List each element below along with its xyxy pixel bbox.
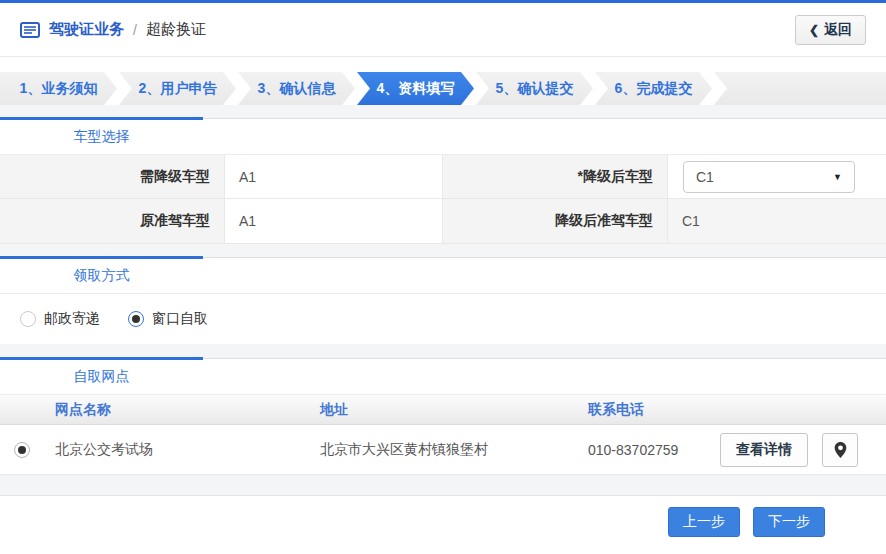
outlet-row-radio[interactable] xyxy=(0,441,40,458)
step-label: 1、业务须知 xyxy=(20,80,98,98)
column-header-phone: 联系电话 xyxy=(573,401,703,419)
column-header-outlet-name: 网点名称 xyxy=(40,401,305,419)
page-header: 驾驶证业务 / 超龄换证 ❮ 返回 xyxy=(0,3,886,57)
pickup-method-section: 领取方式 邮政寄递 窗口自取 xyxy=(0,257,886,344)
back-button[interactable]: ❮ 返回 xyxy=(795,15,866,45)
outlet-table-row: 北京公交考试场 北京市大兴区黄村镇狼堡村 010-83702759 查看详情 xyxy=(0,425,886,475)
radio-option-postal-delivery[interactable]: 邮政寄递 xyxy=(20,310,100,328)
breadcrumb-root[interactable]: 驾驶证业务 xyxy=(49,20,124,39)
field-downgrade-to: C1 ▼ xyxy=(668,155,886,199)
step-3-confirm-info[interactable]: 3、确认信息 xyxy=(238,72,355,105)
step-label: 3、确认信息 xyxy=(258,80,336,98)
step-4-fill-in-data[interactable]: 4、资料填写 xyxy=(357,72,474,105)
spacer xyxy=(0,344,886,358)
field-value-class-after-downgrade: C1 xyxy=(668,199,886,244)
outlets-table-header: 网点名称 地址 联系电话 xyxy=(0,395,886,425)
vehicle-type-section-header: 车型选择 xyxy=(0,119,886,155)
step-2-user-declaration[interactable]: 2、用户申告 xyxy=(119,72,236,105)
section-title-pickup-outlets: 自取网点 xyxy=(0,368,203,386)
radio-selected-icon xyxy=(128,311,144,327)
field-label-downgrade-needed: 需降级车型 xyxy=(0,155,225,199)
downgrade-type-select[interactable]: C1 ▼ xyxy=(683,161,855,193)
breadcrumb: 驾驶证业务 / 超龄换证 xyxy=(20,20,206,39)
vehicle-type-section: 车型选择 需降级车型 A1 *降级后车型 C1 ▼ 原准驾车型 A1 降级后准驾… xyxy=(0,118,886,244)
dropdown-caret-icon: ▼ xyxy=(833,172,842,182)
back-chevron-icon: ❮ xyxy=(809,23,819,37)
step-label: 5、确认提交 xyxy=(496,80,574,98)
map-location-button[interactable] xyxy=(822,433,858,467)
outlet-name: 北京公交考试场 xyxy=(40,441,305,459)
column-header-address: 地址 xyxy=(305,401,573,419)
field-label-original-class: 原准驾车型 xyxy=(0,199,225,244)
page: 驾驶证业务 / 超龄换证 ❮ 返回 1、业务须知 2、用户申告 3、确认信息 4… xyxy=(0,0,886,554)
breadcrumb-separator: / xyxy=(133,22,137,38)
radio-selected-icon xyxy=(14,442,30,458)
pickup-outlets-section-header: 自取网点 xyxy=(0,359,886,395)
step-5-confirm-submit[interactable]: 5、确认提交 xyxy=(476,72,593,105)
pickup-method-options: 邮政寄递 窗口自取 xyxy=(0,294,886,344)
field-label-class-after-downgrade: 降级后准驾车型 xyxy=(443,199,668,244)
pickup-method-section-header: 领取方式 xyxy=(0,258,886,294)
step-6-complete-submit[interactable]: 6、完成提交 xyxy=(595,72,712,105)
step-label: 4、资料填写 xyxy=(377,80,455,98)
step-1-business-notice[interactable]: 1、业务须知 xyxy=(0,72,117,105)
radio-option-window-pickup[interactable]: 窗口自取 xyxy=(128,310,208,328)
breadcrumb-current: 超龄换证 xyxy=(146,20,206,39)
spacer xyxy=(0,475,886,495)
outlet-actions: 查看详情 xyxy=(703,433,886,467)
radio-option-label: 窗口自取 xyxy=(152,310,208,328)
section-title-vehicle-type: 车型选择 xyxy=(0,128,203,146)
footer-navigation: 上一步 下一步 xyxy=(0,495,886,552)
location-pin-icon xyxy=(834,442,847,458)
field-value-downgrade-needed: A1 xyxy=(225,155,443,199)
step-label: 2、用户申告 xyxy=(139,80,217,98)
step-bar-filler xyxy=(714,72,886,105)
downgrade-type-selected-value: C1 xyxy=(696,169,714,185)
step-progress: 1、业务须知 2、用户申告 3、确认信息 4、资料填写 5、确认提交 6、完成提… xyxy=(0,72,886,105)
outlet-phone: 010-83702759 xyxy=(573,442,703,458)
field-label-downgrade-to: *降级后车型 xyxy=(443,155,668,199)
radio-option-label: 邮政寄递 xyxy=(44,310,100,328)
next-step-button[interactable]: 下一步 xyxy=(753,507,825,537)
pickup-outlets-section: 自取网点 网点名称 地址 联系电话 北京公交考试场 北京市大兴区黄村镇狼堡村 0… xyxy=(0,358,886,475)
back-button-label: 返回 xyxy=(824,21,852,39)
step-label: 6、完成提交 xyxy=(615,80,693,98)
vehicle-type-form: 需降级车型 A1 *降级后车型 C1 ▼ 原准驾车型 A1 降级后准驾车型 C1 xyxy=(0,155,886,244)
license-card-icon xyxy=(20,22,40,38)
previous-step-button[interactable]: 上一步 xyxy=(668,507,740,537)
view-details-button[interactable]: 查看详情 xyxy=(720,433,808,467)
field-value-original-class: A1 xyxy=(225,199,443,244)
outlet-address: 北京市大兴区黄村镇狼堡村 xyxy=(305,441,573,459)
radio-unselected-icon xyxy=(20,311,36,327)
section-title-pickup-method: 领取方式 xyxy=(0,267,203,285)
